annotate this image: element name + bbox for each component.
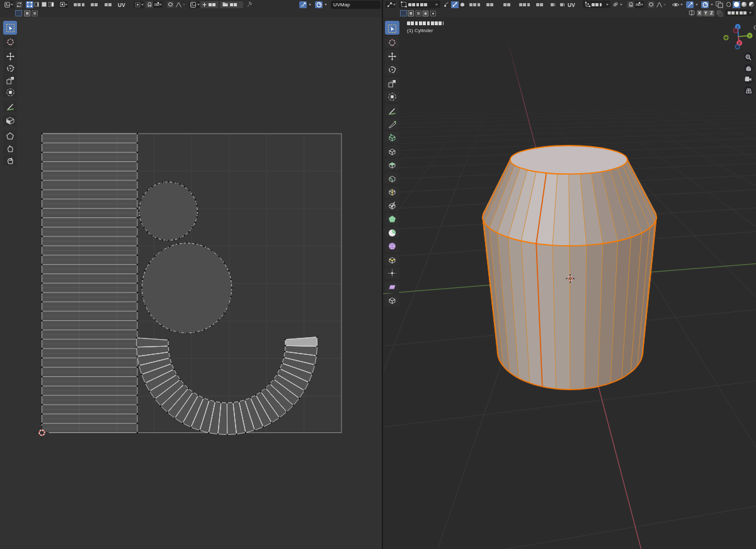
svg-text:Z: Z: [736, 25, 739, 29]
svg-text:Y: Y: [748, 34, 751, 38]
svg-text:X: X: [738, 41, 741, 45]
